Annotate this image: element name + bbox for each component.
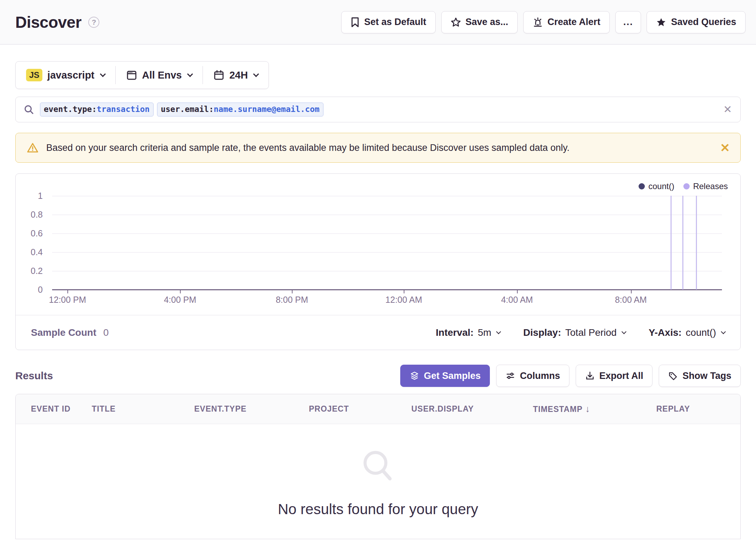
chart-y-axis-labels: 1 0.8 0.6 0.4 0.2 0 (16, 196, 43, 290)
saved-queries-button[interactable]: Saved Queries (647, 11, 746, 33)
chevron-down-icon (187, 71, 193, 77)
save-as-button[interactable]: Save as... (441, 11, 518, 33)
get-samples-button[interactable]: Get Samples (400, 365, 490, 387)
legend-dot-count (639, 183, 645, 189)
legend-dot-releases (683, 183, 690, 189)
search-token-event-type[interactable]: event.type:transaction (40, 103, 154, 116)
alert-siren-icon (533, 17, 543, 27)
events-chart-card: count() Releases 1 0.8 0.6 0.4 0.2 0 (15, 173, 741, 350)
column-header-user-display[interactable]: USER.DISPLAY (411, 404, 533, 414)
time-range-filter-label: 24H (229, 70, 248, 81)
sort-desc-icon: ↓ (585, 404, 590, 414)
columns-button[interactable]: Columns (496, 365, 569, 387)
page-filter-bar: JS javascript All Envs 24H (15, 61, 269, 89)
create-alert-button[interactable]: Create Alert (523, 11, 610, 33)
download-icon (585, 371, 595, 381)
legend-item-releases[interactable]: Releases (683, 181, 728, 191)
chart-footer: Sample Count 0 Interval: 5m Display: Tot… (16, 315, 740, 350)
results-actions: Get Samples Columns Export All Show Tags (400, 365, 741, 387)
time-range-filter[interactable]: 24H (203, 62, 269, 89)
release-marker-line (696, 196, 697, 290)
display-dropdown[interactable]: Display: Total Period (523, 327, 626, 338)
star-filled-icon (656, 17, 666, 27)
empty-search-icon (356, 446, 400, 489)
column-header-timestamp[interactable]: TIMESTAMP↓ (533, 404, 656, 414)
y-axis-dropdown[interactable]: Y-Axis: count() (649, 327, 725, 338)
column-header-project[interactable]: PROJECT (309, 404, 411, 414)
search-token-user-email[interactable]: user.email:name.surname@email.com (157, 103, 323, 116)
warning-message: Based on your search criteria and sample… (46, 143, 720, 153)
release-marker-line (671, 196, 672, 290)
star-outline-icon (451, 17, 461, 27)
ellipsis-icon: ... (623, 17, 633, 27)
clear-search-icon[interactable]: ✕ (723, 104, 732, 115)
header-actions: Set as Default Save as... Create Alert .… (341, 11, 746, 33)
project-filter-label: javascript (47, 70, 94, 81)
window-icon (126, 70, 137, 81)
column-header-title[interactable]: TITLE (92, 404, 194, 414)
results-heading: Results (15, 370, 53, 382)
search-token-list: event.type:transaction user.email:name.s… (40, 103, 723, 116)
chart-legend: count() Releases (639, 181, 728, 191)
chevron-down-icon (622, 329, 626, 334)
legend-item-count[interactable]: count() (639, 181, 674, 191)
environment-filter[interactable]: All Envs (116, 62, 203, 89)
search-icon (23, 104, 34, 115)
page-title: Discover (15, 13, 81, 32)
sliders-icon (506, 371, 515, 381)
search-query-input[interactable]: event.type:transaction user.email:name.s… (15, 97, 741, 122)
help-icon[interactable]: ? (88, 17, 99, 28)
layers-icon (410, 371, 419, 381)
column-header-replay[interactable]: REPLAY (656, 404, 740, 414)
results-table-empty-state: No results found for your query (16, 424, 740, 539)
release-marker-line (682, 196, 683, 290)
chevron-down-icon (253, 71, 259, 77)
sample-count-label: Sample Count (31, 327, 96, 338)
results-table-header: EVENT ID TITLE EVENT.TYPE PROJECT USER.D… (16, 394, 740, 424)
sample-count-value: 0 (103, 327, 109, 338)
chevron-down-icon (100, 71, 106, 77)
warning-triangle-icon (27, 142, 39, 154)
more-options-button[interactable]: ... (615, 11, 641, 33)
project-filter[interactable]: JS javascript (16, 62, 115, 89)
environment-filter-label: All Envs (142, 70, 182, 81)
chart-x-axis-labels: 12:00 PM 4:00 PM 8:00 PM 12:00 AM 4:00 A… (52, 295, 722, 309)
javascript-platform-icon: JS (26, 69, 42, 81)
tag-icon (668, 371, 678, 381)
dismiss-banner-icon[interactable]: ✕ (720, 142, 730, 154)
interval-dropdown[interactable]: Interval: 5m (436, 327, 500, 338)
calendar-icon (213, 70, 224, 81)
results-header-row: Results Get Samples Columns Export All S… (15, 365, 741, 387)
column-header-event-type[interactable]: EVENT.TYPE (194, 404, 309, 414)
results-table: EVENT ID TITLE EVENT.TYPE PROJECT USER.D… (15, 394, 741, 539)
show-tags-button[interactable]: Show Tags (659, 365, 741, 387)
page-header: Discover ? Set as Default Save as... Cre… (0, 0, 756, 44)
sampled-data-warning-banner: Based on your search criteria and sample… (15, 133, 741, 163)
bookmark-icon (351, 17, 360, 27)
empty-results-message: No results found for your query (278, 501, 478, 518)
chevron-down-icon (721, 329, 726, 334)
chevron-down-icon (496, 329, 501, 334)
x-axis-line (52, 289, 722, 290)
column-header-event-id[interactable]: EVENT ID (31, 404, 92, 414)
set-as-default-button[interactable]: Set as Default (341, 11, 436, 33)
chart-plot[interactable] (52, 196, 722, 290)
export-all-button[interactable]: Export All (576, 365, 653, 387)
